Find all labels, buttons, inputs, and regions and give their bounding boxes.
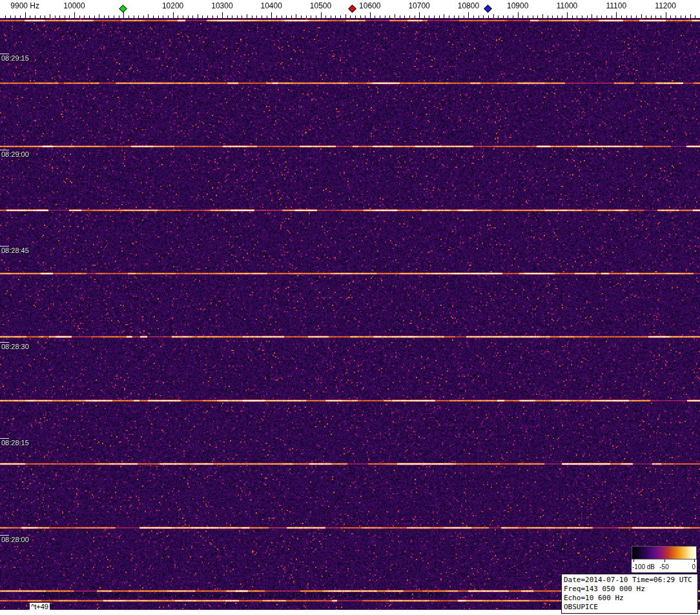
freq-tick [562,15,562,18]
spectrogram-display: 9900 Hz100001020010300104001050010600107… [0,0,700,615]
freq-tick [84,15,85,18]
freq-tick [537,15,538,18]
waterfall-canvas[interactable] [0,18,700,615]
freq-tick [232,15,232,18]
freq-tick [631,15,632,18]
freq-tick [207,15,208,18]
freq-tick [143,15,144,18]
freq-tick [651,15,652,18]
db-tick-max [694,560,695,562]
freq-tick [355,15,356,18]
freq-tick [50,14,50,18]
freq-tick [572,15,573,18]
freq-tick [5,15,6,18]
freq-tick [419,12,420,18]
freq-tick [114,15,114,18]
freq-tick [528,15,528,18]
freq-tick [557,15,558,18]
freq-tick [256,15,257,18]
freq-tick [178,15,178,18]
freq-tick [350,15,351,18]
freq-tick [316,15,316,18]
freq-tick [458,15,459,18]
freq-tick [690,14,691,18]
freq-tick [134,15,134,18]
green-diamond-marker[interactable] [119,5,127,13]
freq-tick [306,15,307,18]
color-gradient-bar [632,546,697,560]
freq-tick [409,15,410,18]
db-tick-mid [664,560,665,562]
freq-tick [479,15,479,18]
freq-label: 10300 [211,1,232,10]
freq-tick [587,15,588,18]
freq-tick [493,14,494,18]
freq-tick [94,15,95,18]
freq-tick [59,15,60,18]
freq-tick [415,15,415,18]
freq-label: 10200 [162,1,183,10]
info-echo-line: Echo=10 600 Hz [564,594,695,603]
freq-tick [518,12,519,18]
cursor-time-label: ^t+49 [30,603,50,610]
freq-tick [129,15,129,18]
blue-diamond-marker[interactable] [484,5,492,13]
freq-tick [468,12,469,18]
freq-tick [404,15,405,18]
freq-tick [606,15,607,18]
freq-tick [40,15,41,18]
freq-tick [217,15,218,18]
freq-tick [20,15,21,18]
freq-tick [89,15,90,18]
freq-tick [188,15,189,18]
freq-tick [158,15,159,18]
freq-tick [454,15,455,18]
freq-tick [325,15,326,18]
freq-tick [424,15,425,18]
freq-tick [666,12,666,18]
freq-tick [183,15,183,18]
freq-tick [449,15,449,18]
freq-tick [380,15,380,18]
freq-tick [522,15,523,18]
freq-tick [286,15,287,18]
freq-tick [542,14,543,18]
freq-tick [227,15,228,18]
freq-tick [577,15,577,18]
frequency-ruler[interactable]: 9900 Hz100001020010300104001050010600107… [0,0,700,18]
info-station-line: OBSUPICE [564,603,695,612]
red-diamond-marker[interactable] [348,5,356,13]
freq-tick [612,15,612,18]
freq-tick [331,15,331,18]
freq-tick [148,14,149,18]
freq-tick [488,15,489,18]
freq-label: 10500 [310,1,331,10]
freq-tick [163,15,163,18]
freq-tick [370,12,371,18]
freq-tick [198,14,198,18]
freq-tick [99,14,99,18]
freq-label: 11200 [655,1,675,10]
freq-tick [123,12,124,18]
freq-tick [695,15,695,18]
freq-tick [168,15,169,18]
freq-tick [636,15,637,18]
freq-tick [473,15,474,18]
station-info-box: Date=2014-07-10 Time=06:29 UTC Freq=143 … [561,574,698,614]
freq-tick [483,15,484,18]
info-freq-line: Freq=143 050 000 Hz [564,585,695,594]
freq-tick [444,14,444,18]
freq-tick [513,15,513,18]
freq-tick [464,15,464,18]
freq-tick [153,15,154,18]
detection-log-text: 20140710062749964 hCnt34 nb-70 f10645 hi… [36,591,448,599]
freq-tick [582,15,582,18]
freq-tick [282,15,282,18]
freq-tick [104,15,105,18]
freq-tick [498,15,499,18]
freq-tick [138,15,139,18]
freq-tick [345,14,346,18]
freq-label: 10600 [359,1,380,10]
freq-tick [375,15,375,18]
freq-tick [237,15,238,18]
